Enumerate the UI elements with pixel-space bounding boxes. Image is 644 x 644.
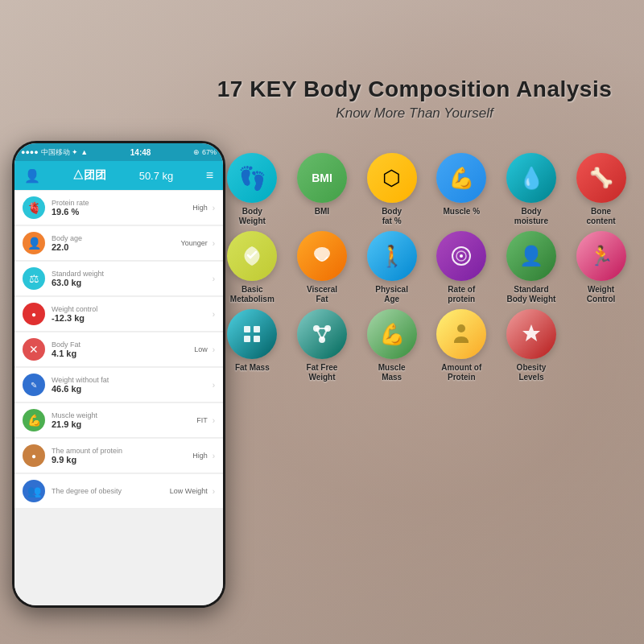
- list-item[interactable]: ● Weight control -12.3 kg ›: [14, 297, 223, 332]
- list-item[interactable]: ✕ Body Fat 4.1 kg Low ›: [14, 332, 223, 367]
- body-moisture-label: Bodymoisture: [514, 207, 548, 226]
- obesity-degree-text: The degree of obesity: [52, 487, 170, 495]
- weight-control-icon: 🏃: [589, 245, 613, 267]
- signal-icon: ●●●●: [21, 148, 39, 156]
- weight-control-label: WeightControl: [587, 285, 616, 304]
- weight-control-bubble: 🏃: [576, 231, 626, 281]
- nav-menu-icon[interactable]: ≡: [206, 168, 213, 183]
- icon-fat-mass: Fat Mass: [227, 309, 277, 382]
- visceral-fat-icon: [308, 242, 336, 270]
- body-fat-badge: Low: [194, 345, 208, 353]
- list-item[interactable]: 💪 Muscle weight 21.9 kg FIT ›: [14, 403, 223, 438]
- protein-amount-text: The amount of protein 9.9 kg: [52, 447, 192, 464]
- icons-row-2: BasicMetabolism VisceralFat 🚶 PhysicalAg…: [217, 231, 636, 304]
- sub-title: Know More Than Yourself: [185, 105, 644, 122]
- obesity-degree-badge: Low Weight: [170, 487, 208, 495]
- fat-mass-label: Fat Mass: [235, 363, 270, 373]
- app-list: 🫀 Protein rate 19.6 % High › 👤 Body age …: [14, 190, 223, 605]
- amount-protein-label: Amount ofProtein: [441, 363, 481, 382]
- list-item[interactable]: 🫀 Protein rate 19.6 % High ›: [14, 191, 223, 225]
- bmi-icon: BMI: [312, 171, 332, 184]
- muscle-mass-bubble: 💪: [367, 309, 417, 359]
- protein-rate-icon: 🫀: [23, 196, 45, 219]
- amount-protein-bubble: [436, 309, 486, 359]
- chevron-icon: ›: [213, 275, 215, 283]
- list-item[interactable]: ✎ Weight without fat 46.6 kg ›: [14, 368, 223, 402]
- physical-age-icon: 🚶: [379, 244, 405, 269]
- body-weight-bubble: 👣: [227, 153, 277, 203]
- body-age-badge: Younger: [180, 239, 207, 247]
- chevron-icon: ›: [213, 416, 215, 425]
- standard-weight-text: Standard weight 63.0 kg: [52, 270, 208, 287]
- main-content: 17 KEY Body Composition Analysis Know Mo…: [0, 0, 644, 644]
- fat-free-weight-label: Fat FreeWeight: [307, 363, 338, 382]
- battery-label: 67%: [202, 148, 217, 156]
- back-icon[interactable]: 👤: [24, 168, 40, 184]
- obesity-degree-icon: 👥: [23, 480, 45, 502]
- icon-rate-protein: Rate ofprotein: [436, 231, 486, 304]
- phone-mockup: ●●●● 中国移动 ✦ ▲ 14:48 ⊕ 67% 👤 △团团 50.7 kg: [12, 141, 225, 608]
- phone-frame: ●●●● 中国移动 ✦ ▲ 14:48 ⊕ 67% 👤 △团团 50.7 kg: [12, 141, 225, 608]
- chevron-icon: ›: [213, 487, 215, 496]
- svg-line-12: [316, 328, 322, 340]
- muscle-mass-label: MuscleMass: [378, 363, 406, 382]
- icon-bone-content: 🦴 Bonecontent: [576, 153, 626, 226]
- protein-rate-badge: High: [192, 204, 208, 212]
- muscle-percent-bubble: 💪: [436, 153, 486, 203]
- main-title: 17 KEY Body Composition Analysis: [185, 76, 644, 102]
- empty-slot: [576, 309, 626, 382]
- icon-standard-body-weight: 👤 StandardBody Weight: [506, 231, 556, 304]
- basic-metabolism-bubble: [227, 231, 277, 281]
- icon-body-moisture: 💧 Bodymoisture: [506, 153, 556, 226]
- icon-body-fat: ⬡ Bodyfat %: [367, 153, 417, 226]
- icon-basic-metabolism: BasicMetabolism: [227, 231, 277, 304]
- icons-section: 👣 BodyWeight BMI BMI ⬡ Bodyfat % 💪: [217, 153, 636, 382]
- carrier-label: 中国移动 ✦: [41, 147, 79, 158]
- nav-weight: 50.7 kg: [139, 170, 174, 182]
- list-item[interactable]: ⚖ Standard weight 63.0 kg ›: [14, 262, 223, 296]
- body-weight-icon: 👣: [238, 165, 266, 192]
- icon-muscle-percent: 💪 Muscle %: [436, 153, 486, 226]
- weight-no-fat-text: Weight without fat 46.6 kg: [52, 376, 208, 394]
- obesity-levels-icon: [518, 320, 545, 348]
- body-moisture-bubble: 💧: [506, 153, 556, 203]
- bone-content-bubble: 🦴: [576, 153, 626, 203]
- nav-bar[interactable]: 👤 △团团 50.7 kg ≡: [14, 161, 223, 190]
- icon-visceral-fat: VisceralFat: [297, 231, 347, 304]
- svg-rect-5: [254, 326, 260, 332]
- muscle-percent-label: Muscle %: [444, 207, 481, 217]
- fat-free-weight-icon: [308, 320, 336, 348]
- muscle-weight-text: Muscle weight 21.9 kg: [52, 411, 196, 429]
- standard-body-weight-icon: 👤: [519, 245, 543, 267]
- weight-control-text: Weight control -12.3 kg: [52, 305, 208, 323]
- time-label: 14:48: [130, 148, 151, 157]
- svg-point-14: [457, 324, 465, 332]
- list-item[interactable]: ● The amount of protein 9.9 kg High ›: [14, 439, 223, 473]
- protein-rate-text: Protein rate 19.6 %: [52, 199, 192, 217]
- svg-rect-6: [244, 336, 250, 342]
- icon-obesity-levels: ObesityLevels: [506, 309, 556, 382]
- body-moisture-icon: 💧: [518, 166, 544, 191]
- status-left: ●●●● 中国移动 ✦ ▲: [21, 147, 88, 158]
- body-weight-label: BodyWeight: [239, 207, 266, 226]
- chevron-icon: ›: [213, 310, 215, 319]
- muscle-percent-icon: 💪: [448, 166, 474, 191]
- icons-row-1: 👣 BodyWeight BMI BMI ⬡ Bodyfat % 💪: [217, 153, 636, 226]
- icon-muscle-mass: 💪 MuscleMass: [367, 309, 417, 382]
- obesity-levels-bubble: [506, 309, 556, 359]
- icon-body-weight: 👣 BodyWeight: [227, 153, 277, 226]
- body-fat-text: Body Fat 4.1 kg: [52, 341, 194, 358]
- physical-age-bubble: 🚶: [367, 231, 417, 281]
- chevron-icon: ›: [213, 452, 215, 460]
- icon-physical-age: 🚶 PhysicalAge: [367, 231, 417, 304]
- list-item[interactable]: 👤 Body age 22.0 Younger ›: [14, 226, 223, 261]
- status-bar: ●●●● 中国移动 ✦ ▲ 14:48 ⊕ 67%: [14, 143, 223, 161]
- standard-weight-icon: ⚖: [23, 267, 45, 290]
- list-item[interactable]: 👥 The degree of obesity Low Weight ›: [14, 474, 223, 509]
- muscle-weight-icon: 💪: [23, 409, 45, 431]
- standard-body-weight-label: StandardBody Weight: [506, 285, 555, 304]
- svg-rect-4: [244, 326, 250, 332]
- rate-protein-icon: [448, 242, 475, 270]
- amount-protein-icon: [448, 320, 475, 348]
- icon-weight-control: 🏃 WeightControl: [576, 231, 626, 304]
